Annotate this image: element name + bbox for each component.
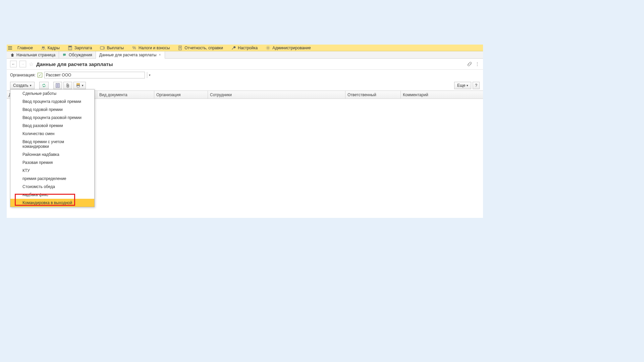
menu-item-otchetnost[interactable]: Отчетность, справки	[174, 45, 227, 51]
dropdown-item[interactable]: надбака фикс	[10, 191, 94, 199]
org-filter-checkbox[interactable]: ✓	[38, 73, 42, 77]
chat-icon	[62, 53, 67, 57]
list-view-button[interactable]	[53, 82, 62, 89]
chevron-down-icon: ▾	[82, 84, 84, 87]
menu-item-admin[interactable]: Администрирование	[262, 45, 315, 51]
page-header: ← → ☆ Данные для расчета зарплаты ⋮	[7, 59, 483, 70]
refresh-icon	[42, 83, 46, 88]
org-select-input[interactable]: Рассвет ООО	[44, 72, 145, 78]
dropdown-item[interactable]: Ввод премии с учетом командировки	[10, 138, 94, 150]
menu-item-label: Зарплата	[74, 46, 92, 50]
more-button[interactable]: Еще ▾	[454, 82, 471, 89]
menu-item-label: Администрирование	[272, 46, 311, 50]
svg-point-7	[70, 49, 71, 50]
dropdown-item[interactable]: Сдельные работы	[10, 89, 94, 98]
svg-point-4	[69, 48, 70, 49]
dropdown-item[interactable]: Разовая премия	[10, 159, 94, 167]
svg-point-0	[42, 47, 43, 48]
org-filter-label: Организация:	[10, 73, 36, 77]
svg-rect-20	[77, 83, 79, 85]
tab-home[interactable]: Начальная страница	[7, 51, 59, 58]
svg-rect-3	[69, 46, 71, 47]
people-icon	[41, 46, 46, 50]
table-col-responsible[interactable]: Ответственный	[345, 91, 401, 99]
help-button[interactable]: ?	[473, 82, 480, 89]
table-col-employees[interactable]: Сотрудники	[208, 91, 345, 99]
burger-menu-icon[interactable]	[7, 46, 13, 50]
table-col-doctype[interactable]: Вид документа	[97, 91, 154, 99]
org-select-value: Рассвет ООО	[46, 73, 143, 77]
menu-item-label: Настройка	[238, 46, 258, 50]
menu-item-main[interactable]: Главное	[13, 45, 37, 51]
svg-rect-10	[179, 46, 181, 50]
dropdown-item[interactable]: Ввод разовой премии	[10, 122, 94, 130]
home-icon	[10, 53, 15, 57]
menu-item-vyplaty[interactable]: Выплаты	[96, 45, 128, 51]
create-dropdown-menu: Сдельные работы Ввод процента годовой пр…	[10, 89, 95, 207]
svg-point-6	[69, 49, 70, 50]
calculator-icon	[68, 46, 72, 50]
print-icon	[76, 83, 80, 88]
more-vertical-icon[interactable]: ⋮	[475, 61, 480, 67]
toolbar: Создать ▾	[7, 80, 483, 90]
menu-item-label: Отчетность, справки	[184, 46, 223, 50]
help-button-label: ?	[475, 83, 477, 88]
main-menu-bar: Главное Кадры Зарплата Выплаты	[7, 45, 483, 51]
table-col-comment[interactable]: Комментарий	[401, 91, 483, 99]
svg-rect-9	[103, 48, 104, 48]
create-button-label: Создать	[13, 83, 29, 88]
chevron-down-icon: ▾	[467, 84, 468, 87]
tabs-bar: Начальная страница Обсуждения Данные для…	[7, 51, 483, 59]
nav-back-button[interactable]: ←	[10, 61, 17, 67]
svg-point-14	[267, 47, 269, 49]
more-button-label: Еще	[457, 83, 465, 88]
page-title: Данные для расчета зарплаты	[36, 61, 113, 67]
print-button[interactable]: ▾	[73, 82, 86, 89]
list-icon	[56, 83, 60, 88]
org-select-dropdown-button[interactable]: ▾	[147, 72, 152, 78]
menu-item-label: Главное	[17, 46, 33, 50]
nav-forward-button[interactable]: →	[19, 61, 26, 67]
attach-button[interactable]	[63, 82, 72, 89]
menu-item-label: Выплаты	[107, 46, 124, 50]
dropdown-item-highlighted[interactable]: Командировка в выходной	[10, 199, 94, 207]
dropdown-item[interactable]: Количество смен	[10, 130, 94, 138]
dropdown-item[interactable]: Районная надбавка	[10, 150, 94, 159]
tab-salary-data[interactable]: Данные для расчета зарплаты ×	[96, 52, 165, 59]
menu-item-nalogi[interactable]: % Налоги и взносы	[128, 45, 174, 51]
svg-rect-22	[77, 86, 79, 87]
dropdown-item[interactable]: Ввод процента годовой премии	[10, 98, 94, 106]
dropdown-item[interactable]: КТУ	[10, 167, 94, 175]
tab-label: Начальная страница	[16, 53, 55, 57]
app-window: Главное Кадры Зарплата Выплаты	[7, 45, 483, 218]
dropdown-item[interactable]: премия распределение	[10, 175, 94, 183]
tab-label: Обсуждения	[69, 53, 92, 57]
report-icon	[178, 46, 182, 50]
menu-item-kadry[interactable]: Кадры	[37, 45, 64, 51]
table-col-org[interactable]: Организация	[154, 91, 208, 99]
menu-item-zarplata[interactable]: Зарплата	[64, 45, 96, 51]
chevron-down-icon: ▾	[30, 84, 32, 87]
gear-icon	[266, 46, 270, 50]
dropdown-item[interactable]: Ввод процента разовой премии	[10, 114, 94, 122]
refresh-button[interactable]	[39, 82, 49, 89]
paperclip-icon	[66, 83, 70, 88]
tab-label: Данные для расчета зарплаты	[99, 53, 157, 57]
create-button[interactable]: Создать ▾	[10, 82, 35, 89]
wallet-icon	[100, 46, 105, 50]
wrench-icon	[231, 46, 236, 50]
svg-rect-15	[63, 54, 66, 56]
favorite-star-icon[interactable]: ☆	[29, 61, 34, 67]
menu-item-label: Налоги и взносы	[139, 46, 170, 50]
dropdown-item[interactable]: Стоиомсть обеда	[10, 183, 94, 191]
link-icon[interactable]	[467, 61, 472, 67]
svg-point-1	[43, 47, 45, 48]
menu-item-label: Кадры	[48, 46, 60, 50]
menu-item-nastroika[interactable]: Настройка	[227, 45, 262, 51]
close-icon[interactable]: ×	[158, 53, 161, 57]
tab-discussions[interactable]: Обсуждения	[59, 51, 96, 58]
filter-row: Организация: ✓ Рассвет ООО ▾	[7, 70, 483, 80]
svg-point-5	[70, 48, 71, 49]
dropdown-item[interactable]: Ввод годовой премии	[10, 106, 94, 114]
percent-icon: %	[132, 46, 137, 50]
